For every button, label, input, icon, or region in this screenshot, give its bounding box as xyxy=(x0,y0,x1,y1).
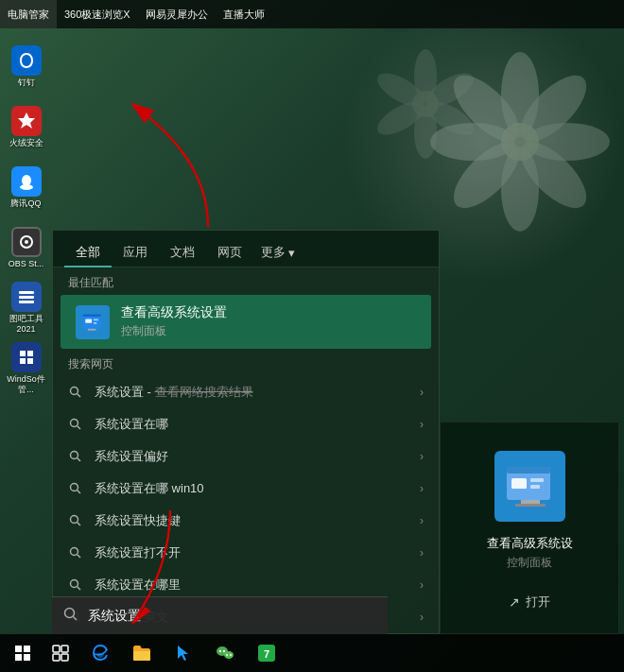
svg-point-33 xyxy=(71,388,78,395)
search-result-text-0: 系统设置 - 查看网络搜索结果 xyxy=(95,384,420,401)
svg-rect-66 xyxy=(133,651,150,661)
svg-point-35 xyxy=(71,420,78,427)
search-result-0[interactable]: 系统设置 - 查看网络搜索结果 › xyxy=(53,376,439,408)
svg-point-14 xyxy=(510,131,597,218)
svg-point-20 xyxy=(414,49,437,102)
svg-line-36 xyxy=(78,426,81,430)
svg-rect-58 xyxy=(15,646,22,652)
best-match-title: 查看高级系统设置 xyxy=(121,304,227,321)
arrow-icon-1: › xyxy=(420,418,424,431)
svg-line-34 xyxy=(78,394,81,398)
sidebar-icon-windso[interactable]: WindSo件管... xyxy=(4,340,49,397)
svg-rect-30 xyxy=(94,319,98,320)
svg-line-46 xyxy=(78,587,81,591)
taskbar-wechat[interactable] xyxy=(206,634,244,672)
tab-docs[interactable]: 文档 xyxy=(159,238,206,267)
svg-point-72 xyxy=(230,654,232,656)
svg-point-70 xyxy=(223,650,225,652)
svg-point-13 xyxy=(525,123,610,161)
svg-point-23 xyxy=(414,106,437,159)
search-icon-0 xyxy=(68,385,83,400)
sidebar-icon-qq[interactable]: 腾讯QQ xyxy=(4,159,49,215)
svg-rect-51 xyxy=(511,478,527,489)
svg-rect-55 xyxy=(515,504,546,507)
taskbar-pointer[interactable] xyxy=(165,634,202,672)
arrow-icon-4: › xyxy=(420,514,424,527)
arrow-icon-7: › xyxy=(420,611,424,624)
svg-point-18 xyxy=(443,65,530,152)
svg-point-1 xyxy=(20,184,33,190)
search-result-3[interactable]: 系统设置在哪 win10 › xyxy=(53,473,439,505)
sidebar-label-dingding: 钉钉 xyxy=(18,78,35,88)
svg-rect-32 xyxy=(88,328,96,330)
right-panel-open-btn[interactable]: ↗ 打开 xyxy=(499,590,560,614)
start-menu-left-panel: 全部 应用 文档 网页 更多 ▾ 最佳匹配 xyxy=(53,231,439,633)
svg-point-19 xyxy=(501,123,539,161)
search-icon-1 xyxy=(68,417,83,432)
top-taskbar: 电脑管家 360极速浏览X 网易灵犀办公 直播大师 xyxy=(0,0,624,28)
search-result-4[interactable]: 系统设置快捷键 › xyxy=(53,505,439,537)
svg-rect-50 xyxy=(507,467,550,474)
search-input-value: 系统设置 xyxy=(88,608,141,625)
search-icon-6 xyxy=(68,577,83,593)
start-button[interactable] xyxy=(4,634,42,672)
sidebar-icon-huorong[interactable]: 火绒安全 xyxy=(4,98,49,155)
tab-web[interactable]: 网页 xyxy=(206,238,253,267)
search-result-2[interactable]: 系统设置偏好 › xyxy=(53,440,439,473)
svg-rect-63 xyxy=(61,646,68,652)
taskbar-greenapp[interactable]: 7 xyxy=(248,634,286,672)
external-link-icon: ↗ xyxy=(509,594,520,610)
svg-point-16 xyxy=(443,131,530,218)
search-result-1[interactable]: 系统设置在哪 › xyxy=(53,408,439,440)
svg-rect-61 xyxy=(24,654,30,661)
topbar-360browser[interactable]: 360极速浏览X xyxy=(57,0,138,28)
svg-point-17 xyxy=(430,123,515,161)
left-sidebar: 钉钉 火绒安全 腾讯QQ xyxy=(0,28,52,644)
sidebar-icon-dingding[interactable]: 钉钉 xyxy=(4,38,49,95)
search-result-text-6: 系统设置在哪里 xyxy=(95,577,420,594)
tab-more[interactable]: 更多 ▾ xyxy=(253,238,303,267)
search-result-5[interactable]: 系统设置打不开 › xyxy=(53,537,439,569)
open-label: 打开 xyxy=(526,594,550,611)
svg-rect-52 xyxy=(530,478,544,482)
taskbar-edge[interactable] xyxy=(81,634,119,672)
arrow-icon-0: › xyxy=(420,386,424,399)
topbar-live[interactable]: 直播大师 xyxy=(216,0,272,28)
taskbar-explorer[interactable] xyxy=(123,634,161,672)
tab-all[interactable]: 全部 xyxy=(64,238,112,267)
svg-rect-28 xyxy=(83,314,101,317)
sidebar-icon-tubar[interactable]: 图吧工具2021 xyxy=(4,280,49,336)
topbar-pcmanager[interactable]: 电脑管家 xyxy=(0,0,57,28)
svg-point-43 xyxy=(71,548,78,556)
svg-rect-64 xyxy=(53,654,60,661)
search-result-text-5: 系统设置打不开 xyxy=(95,544,420,561)
right-panel-app-icon xyxy=(494,451,565,522)
sidebar-label-windso: WindSo件管... xyxy=(4,374,49,395)
search-icon-3 xyxy=(68,481,83,496)
svg-point-39 xyxy=(71,484,78,491)
start-menu-right-panel: 查看高级系统设 控制面板 ↗ 打开 xyxy=(440,422,619,634)
start-menu: 全部 应用 文档 网页 更多 ▾ 最佳匹配 xyxy=(52,230,440,634)
sidebar-icon-obs[interactable]: OBS St... xyxy=(4,219,49,276)
svg-point-12 xyxy=(510,65,597,152)
search-bar[interactable]: 系统设置 xyxy=(52,596,388,634)
svg-rect-7 xyxy=(20,351,26,356)
svg-point-37 xyxy=(71,452,78,459)
svg-point-41 xyxy=(71,516,78,524)
topbar-wangyiling[interactable]: 网易灵犀办公 xyxy=(138,0,216,28)
svg-point-22 xyxy=(422,95,478,142)
right-panel-title: 查看高级系统设 xyxy=(479,535,581,552)
task-view-button[interactable] xyxy=(42,634,79,672)
svg-rect-60 xyxy=(15,654,22,661)
svg-point-26 xyxy=(412,91,439,117)
svg-rect-54 xyxy=(521,500,540,504)
best-match-item[interactable]: 查看高级系统设置 控制面板 xyxy=(61,295,431,349)
tab-apps[interactable]: 应用 xyxy=(112,238,159,267)
best-match-subtitle: 控制面板 xyxy=(121,323,227,339)
svg-rect-8 xyxy=(27,351,33,356)
svg-line-42 xyxy=(78,523,81,526)
svg-line-38 xyxy=(78,458,81,462)
search-result-text-4: 系统设置快捷键 xyxy=(95,512,420,529)
search-icon-4 xyxy=(68,513,83,528)
svg-line-40 xyxy=(78,491,81,494)
